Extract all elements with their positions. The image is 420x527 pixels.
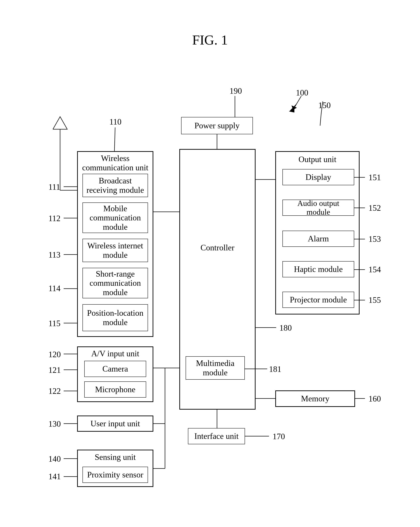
ref-155: 155 <box>368 295 381 305</box>
wcu-title-line1: Wireless <box>101 154 129 163</box>
power-supply-box: Power supply <box>181 117 253 134</box>
wcu-title-line2: communication unit <box>82 163 148 172</box>
mobile-module-label: Mobile communication module <box>85 204 146 232</box>
multimedia-box: Multimedia module <box>186 356 245 380</box>
wireless-internet-box: Wireless internet module <box>83 239 148 262</box>
alarm-box: Alarm <box>283 231 354 247</box>
alarm-label: Alarm <box>308 234 329 243</box>
projector-box: Projector module <box>283 292 354 308</box>
output-title: Output unit <box>299 155 336 164</box>
ref-112: 112 <box>48 214 60 223</box>
ref-150: 150 <box>318 100 331 110</box>
ref-160: 160 <box>368 394 381 404</box>
sensing-title: Sensing unit <box>95 452 136 462</box>
haptic-label: Haptic module <box>294 264 343 274</box>
microphone-box: Microphone <box>84 381 146 398</box>
ref-152: 152 <box>368 203 381 213</box>
ref-115: 115 <box>48 318 60 328</box>
position-location-box: Position-location module <box>83 304 148 331</box>
proximity-label: Proximity sensor <box>87 470 143 479</box>
user-input-label: User input unit <box>91 419 140 428</box>
multimedia-label: Multimedia module <box>188 359 243 377</box>
interface-box: Interface unit <box>188 428 245 444</box>
wireless-internet-label: Wireless internet module <box>85 241 146 260</box>
controller-label: Controller <box>200 243 234 252</box>
ref-153: 153 <box>368 234 381 244</box>
ref-154: 154 <box>368 265 381 274</box>
power-supply-label: Power supply <box>194 121 240 130</box>
haptic-box: Haptic module <box>283 261 354 277</box>
display-box: Display <box>283 169 354 185</box>
microphone-label: Microphone <box>95 385 135 394</box>
short-range-box: Short-range communication module <box>83 268 148 298</box>
ref-121: 121 <box>48 365 61 375</box>
ref-130: 130 <box>48 419 61 429</box>
ref-151: 151 <box>368 173 381 182</box>
ref-113: 113 <box>48 250 60 260</box>
diagram-stage: FIG. 1 <box>0 0 420 527</box>
ref-110: 110 <box>109 117 121 127</box>
interface-label: Interface unit <box>194 431 239 441</box>
memory-label: Memory <box>301 394 329 403</box>
ref-141: 141 <box>48 472 61 481</box>
ref-111: 111 <box>48 182 60 192</box>
ref-114: 114 <box>48 284 60 293</box>
ref-170: 170 <box>273 432 285 441</box>
audio-box: Audio output module <box>283 200 354 216</box>
memory-box: Memory <box>275 390 355 407</box>
ref-181: 181 <box>269 364 281 374</box>
camera-label: Camera <box>102 364 128 373</box>
camera-box: Camera <box>84 361 146 377</box>
ref-100: 100 <box>296 88 308 98</box>
mobile-module-box: Mobile communication module <box>83 202 148 233</box>
position-location-label: Position-location module <box>85 308 146 327</box>
proximity-box: Proximity sensor <box>83 467 148 483</box>
user-input-box: User input unit <box>77 416 153 432</box>
projector-label: Projector module <box>290 295 347 304</box>
short-range-label: Short-range communication module <box>85 269 146 297</box>
broadcast-module-box: Broadcast receiving module <box>83 174 148 197</box>
svg-marker-12 <box>290 108 294 112</box>
ref-140: 140 <box>48 454 61 464</box>
ref-180: 180 <box>279 323 292 333</box>
av-title: A/V input unit <box>91 349 139 358</box>
ref-190: 190 <box>230 86 242 96</box>
audio-label: Audio output module <box>285 199 352 217</box>
ref-120: 120 <box>48 350 61 359</box>
broadcast-module-label: Broadcast receiving module <box>85 176 146 195</box>
display-label: Display <box>305 173 331 182</box>
ref-122: 122 <box>48 386 61 396</box>
